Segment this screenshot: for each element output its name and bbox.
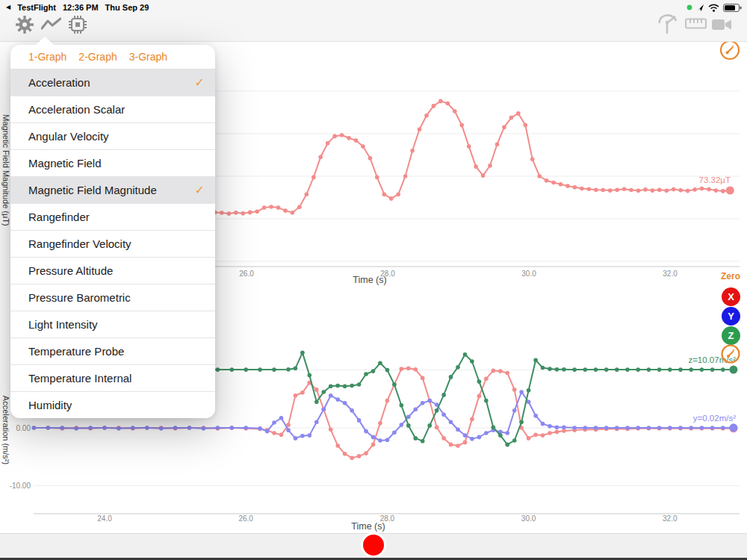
data-point	[710, 367, 715, 372]
data-point	[255, 210, 259, 214]
tab-1-graph[interactable]: 1-Graph	[28, 51, 66, 63]
latest-data-point	[729, 423, 737, 432]
statusbar-time: 12:36 PM	[63, 3, 99, 12]
video-camera-icon[interactable]	[712, 19, 732, 31]
data-point	[665, 189, 669, 193]
data-point	[329, 385, 333, 389]
data-point	[710, 426, 715, 430]
menu-item-magnetic-field[interactable]: Magnetic Field	[10, 150, 215, 177]
data-point	[488, 164, 492, 168]
data-point	[308, 433, 312, 438]
data-point	[322, 390, 326, 394]
menu-item-humidity[interactable]: Humidity	[10, 392, 215, 418]
data-point	[413, 367, 418, 372]
data-point	[318, 155, 323, 160]
menu-item-light-intensity[interactable]: Light Intensity	[10, 311, 215, 338]
data-point	[435, 425, 439, 429]
data-point	[335, 397, 340, 402]
data-point	[449, 443, 453, 447]
data-point	[400, 423, 404, 427]
compass-icon-bottom[interactable]	[720, 343, 741, 364]
data-point	[187, 426, 192, 430]
data-point	[343, 401, 347, 405]
data-point	[636, 367, 640, 372]
menu-item-acceleration-scalar[interactable]: Acceleration Scalar	[10, 96, 215, 123]
gauge-icon[interactable]	[657, 13, 681, 35]
data-point	[340, 133, 344, 137]
data-point	[424, 113, 429, 118]
data-point	[294, 393, 298, 398]
data-point	[541, 433, 545, 438]
menu-item-label: Humidity	[28, 399, 72, 411]
data-point	[446, 102, 450, 106]
data-point	[470, 417, 474, 422]
data-point	[406, 367, 411, 371]
data-point	[88, 426, 93, 430]
data-point	[657, 367, 662, 372]
data-point	[527, 399, 531, 404]
zero-label: Zero	[719, 271, 743, 281]
menu-item-angular-velocity[interactable]: Angular Velocity	[10, 123, 215, 150]
data-point	[474, 164, 478, 169]
data-point	[562, 367, 566, 372]
data-point	[262, 205, 267, 210]
data-point	[636, 189, 641, 193]
data-point	[657, 187, 662, 192]
data-point	[145, 426, 149, 430]
zero-x-button[interactable]: X	[722, 287, 740, 306]
data-point	[279, 433, 284, 438]
gear-icon[interactable]	[14, 14, 35, 35]
menu-item-label: Acceleration	[28, 76, 90, 89]
data-point	[350, 408, 354, 413]
data-point	[463, 433, 468, 438]
data-point	[453, 109, 457, 113]
line-graph-icon[interactable]	[41, 17, 61, 31]
ruler-icon[interactable]	[685, 18, 707, 30]
data-point	[527, 436, 531, 441]
compass-icon-top[interactable]	[719, 39, 741, 61]
data-point	[580, 187, 584, 191]
wifi-icon	[708, 4, 719, 12]
data-point	[216, 426, 220, 430]
chip-icon[interactable]	[68, 15, 87, 34]
menu-item-rangefinder[interactable]: Rangefinder	[10, 204, 215, 231]
x-tick-label: 32.0	[663, 514, 678, 523]
zero-z-button[interactable]: Z	[722, 326, 740, 345]
data-point	[565, 184, 570, 188]
data-point	[413, 407, 418, 411]
data-point	[509, 116, 514, 120]
data-point	[272, 367, 276, 372]
popover-arrow	[35, 37, 55, 46]
statusbar-app[interactable]: TestFlight	[17, 3, 56, 12]
record-button[interactable]	[361, 532, 386, 558]
data-point	[244, 426, 248, 430]
statusbar-date: Thu Sep 29	[105, 3, 149, 12]
tab-3-graph[interactable]: 3-Graph	[129, 51, 167, 63]
data-point	[555, 367, 560, 372]
menu-item-temperature-probe[interactable]: Temperature Probe	[10, 338, 215, 365]
data-point	[477, 394, 482, 399]
data-point	[625, 367, 630, 372]
data-point	[220, 211, 224, 215]
data-point	[159, 426, 164, 431]
sensor-popover: 1-Graph2-Graph3-Graph Acceleration✓Accel…	[10, 45, 215, 418]
tab-2-graph[interactable]: 2-Graph	[78, 51, 117, 63]
menu-item-pressure-altitude[interactable]: Pressure Altitude	[10, 258, 215, 284]
data-point	[300, 434, 305, 438]
checkmark-icon: ✓	[195, 177, 205, 203]
menu-item-rangefinder-velocity[interactable]: Rangefinder Velocity	[10, 231, 215, 258]
menu-item-label: Temperature Internal	[28, 372, 131, 385]
menu-item-pressure-barometric[interactable]: Pressure Barometric	[10, 284, 215, 311]
data-point	[364, 372, 368, 376]
data-point	[678, 367, 683, 372]
menu-item-magnetic-field-magnitude[interactable]: Magnetic Field Magnitude✓	[10, 177, 215, 204]
zero-y-button[interactable]: Y	[722, 307, 740, 326]
menu-item-acceleration[interactable]: Acceleration✓	[10, 69, 215, 96]
x-axis-label: Time (s)	[353, 275, 386, 285]
menu-item-label: Pressure Altitude	[28, 264, 113, 277]
data-point	[505, 431, 509, 435]
menu-item-temperature-internal[interactable]: Temperature Internal	[10, 365, 215, 392]
sensor-menu-list: Acceleration✓Acceleration ScalarAngular …	[10, 69, 215, 418]
back-to-app-icon[interactable]: ◀	[6, 4, 10, 10]
data-point	[548, 431, 552, 435]
